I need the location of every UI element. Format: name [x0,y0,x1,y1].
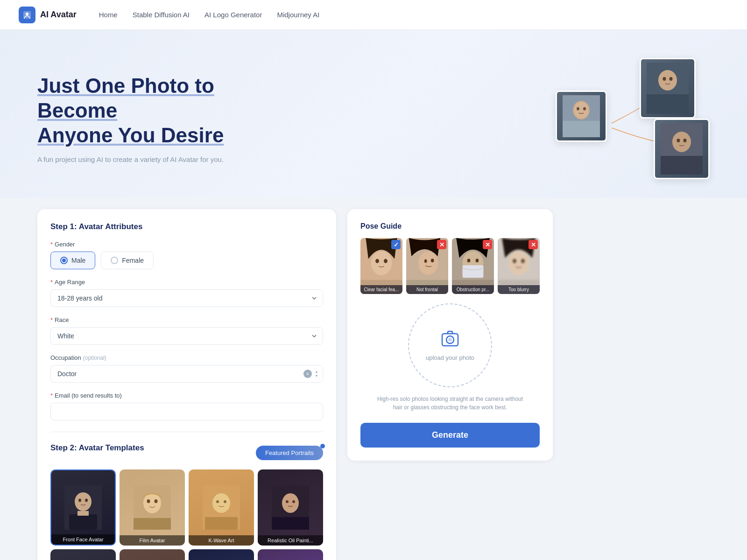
occupation-label: Occupation (optional) [50,354,323,361]
age-field: * Age Range 18-28 years old 29-39 years … [50,279,323,307]
hero-illustration [551,58,710,179]
svg-point-76 [508,251,529,275]
upload-hint: High-res solo photos looking straight at… [375,395,525,412]
svg-point-10 [663,77,666,81]
svg-point-20 [78,499,81,502]
svg-point-14 [672,132,691,152]
nav-stable-diffusion[interactable]: Stable Diffusion AI [133,11,190,19]
nav-logo-generator[interactable]: AI Logo Generator [204,11,262,19]
svg-point-62 [384,259,388,263]
pose-caption-4: Too blurry [498,285,540,294]
svg-point-19 [75,492,92,511]
nav-home[interactable]: Home [99,11,118,19]
pose-caption-1: Clear facial fea... [360,285,402,294]
hero-photo-result1 [640,58,696,119]
occ-arrow-down[interactable]: ▼ [315,374,318,378]
svg-point-35 [282,493,299,513]
site-logo[interactable]: AI Avatar [19,7,77,23]
hero-photo-source [556,91,607,142]
template-film[interactable]: Film Avatar [120,469,185,546]
hero-text: Just One Photo to Become Anyone You Desi… [37,74,280,163]
svg-point-16 [684,139,687,142]
template-oil[interactable]: Realistic Oil Painti... [258,469,323,546]
age-select[interactable]: 18-28 years old 29-39 years old 40-50 ye… [50,289,323,307]
step1-title: Step 1: Avatar Attributes [50,222,323,231]
gender-field: * Gender Male Female [50,241,323,269]
occupation-input[interactable] [50,365,323,383]
svg-point-65 [418,252,438,274]
step2-header: Step 2: Avatar Templates Featured Portra… [50,443,323,462]
template-label-2: Film Avatar [120,535,185,546]
pose-caption-3: Obstruction pr... [452,285,494,294]
template-7[interactable]: Avatar 7 [189,549,254,560]
gender-radio-group: Male Female [50,252,323,269]
svg-rect-28 [134,518,171,530]
email-input[interactable] [50,403,323,420]
template-front-face[interactable]: Front Face Avatar [50,469,116,546]
svg-point-27 [155,499,158,503]
generate-button[interactable]: Generate [360,423,540,448]
pose-not-frontal: ✕ Not frontal [406,238,448,294]
right-panel: Pose Guide ✓ Clear facial fea... [347,209,553,461]
svg-point-21 [85,499,88,502]
occupation-controls: × ▲ ▼ [303,370,318,378]
svg-point-9 [658,70,677,91]
template-label-3: K-Wave Art [189,535,254,546]
gender-label: * Gender [50,241,323,248]
svg-point-11 [669,77,673,81]
step1-section: Step 1: Avatar Attributes * Gender Male … [50,222,323,420]
left-panel: Step 1: Avatar Attributes * Gender Male … [37,209,336,560]
pose-guide-title: Pose Guide [360,222,540,231]
template-thumb-4 [258,469,323,546]
upload-area[interactable]: upload your photo [408,303,492,387]
step2-title: Step 2: Avatar Templates [50,443,144,453]
svg-point-60 [371,251,392,275]
section-divider [50,432,323,432]
hero-heading: Just One Photo to Become Anyone You Desi… [37,74,280,147]
pose-caption-2: Not frontal [406,285,448,294]
template-thumb-1 [51,470,115,545]
occ-arrow-up[interactable]: ▲ [315,370,318,374]
svg-point-77 [513,259,516,263]
required-marker: * [50,241,53,248]
nav-midjourney[interactable]: Midjourney AI [277,11,319,19]
template-8[interactable]: Avatar 8 [258,549,323,560]
svg-point-71 [467,259,471,262]
hero-description: A fun project using AI to create a varie… [37,155,280,163]
svg-point-5 [577,107,579,111]
svg-point-66 [424,259,427,263]
email-field: * Email (to send results to) [50,392,323,420]
featured-portraits-button[interactable]: Featured Portraits [256,446,323,460]
template-5[interactable]: Avatar 5 [50,549,116,560]
template-6[interactable]: Avatar 6 [120,549,185,560]
svg-point-15 [677,139,680,142]
svg-rect-38 [272,517,309,530]
svg-point-36 [286,500,289,503]
gender-male-option[interactable]: Male [50,252,95,269]
svg-rect-73 [463,265,484,278]
svg-point-67 [431,259,434,262]
hero-section: Just One Photo to Become Anyone You Desi… [0,30,747,198]
template-kwave[interactable]: K-Wave Art [189,469,254,546]
template-label-4: Realistic Oil Painti... [258,535,323,546]
pose-blurry: ✕ Too blurry [498,238,540,294]
svg-point-37 [292,500,295,503]
pose-badge-cross-1: ✕ [437,240,446,249]
pose-examples: ✓ Clear facial fea... ✕ Not frontal [360,238,540,294]
pose-badge-check: ✓ [391,240,401,249]
camera-icon [441,330,459,350]
occupation-clear-button[interactable]: × [303,370,312,378]
hero-photo-result2 [654,119,710,179]
svg-point-4 [574,102,589,119]
logo-icon [19,7,35,23]
occupation-stepper[interactable]: ▲ ▼ [315,370,318,378]
age-label: * Age Range [50,279,323,286]
gender-female-option[interactable]: Female [101,252,154,269]
main-content: Step 1: Avatar Attributes * Gender Male … [0,198,747,560]
occupation-field: Occupation (optional) × ▲ ▼ [50,354,323,383]
nav-links: Home Stable Diffusion AI AI Logo Generat… [99,11,320,19]
race-select[interactable]: White Asian Black Hispanic Other [50,327,323,345]
svg-point-26 [147,499,150,503]
svg-rect-12 [647,94,689,114]
occupation-wrapper: × ▲ ▼ [50,365,323,383]
